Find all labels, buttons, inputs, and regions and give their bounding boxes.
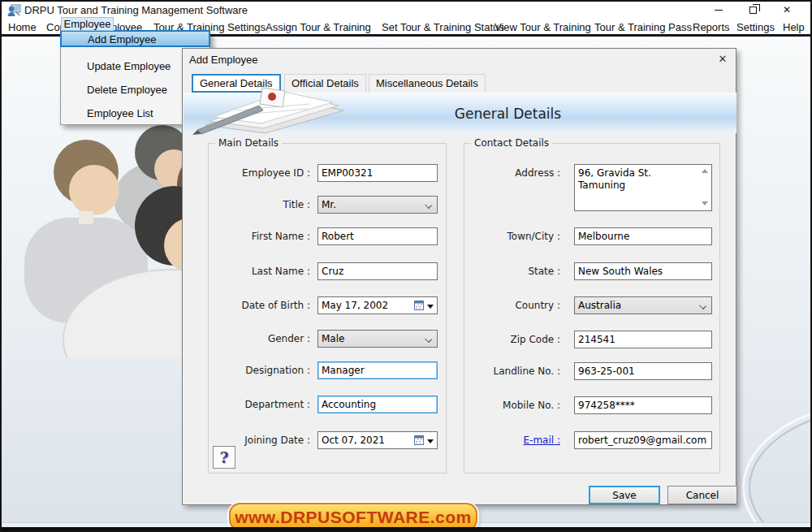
email-input[interactable] — [574, 431, 712, 449]
designation-input[interactable] — [317, 361, 438, 379]
chevron-down-icon — [425, 335, 432, 343]
title-select[interactable]: Mr. — [317, 196, 438, 214]
menu-item-add-employee[interactable]: Add Employee — [60, 30, 210, 47]
scroll-down-icon[interactable] — [702, 201, 708, 205]
app-window: DRPU Tour and Training Management Softwa… — [0, 0, 812, 532]
zip-code-label: Zip Code : — [464, 334, 560, 345]
first-name-input[interactable] — [317, 227, 438, 245]
menu-employee[interactable]: Employee — [61, 17, 114, 31]
menubar-item-help[interactable]: Help — [783, 21, 805, 33]
close-icon: ✕ — [719, 53, 728, 65]
restore-icon — [749, 6, 757, 14]
employee-id-label: Employee ID : — [209, 167, 310, 179]
app-icon — [7, 4, 21, 17]
last-name-label: Last Name : — [209, 266, 310, 277]
window-title: DRPU Tour and Training Management Softwa… — [24, 4, 248, 16]
tab-miscellaneous-details[interactable]: Miscellaneous Details — [369, 74, 486, 93]
menubar-item-home[interactable]: Home — [8, 21, 37, 33]
maximize-button[interactable] — [741, 2, 765, 18]
designation-label: Designation : — [209, 365, 310, 376]
close-button[interactable]: ✕ — [775, 2, 799, 18]
minimize-icon — [715, 10, 723, 11]
email-link-label[interactable]: E-mail : — [464, 435, 560, 446]
country-select[interactable]: Australia — [574, 296, 712, 314]
department-input[interactable] — [317, 396, 438, 413]
town-city-label: Town/City : — [464, 231, 560, 242]
add-employee-dialog: Add Employee ✕ General Details Official … — [182, 48, 736, 505]
menubar-item-view-tour-training[interactable]: View Tour & Training — [495, 21, 591, 33]
save-button[interactable]: Save — [589, 486, 660, 504]
joining-date-label: Joining Date : — [209, 435, 310, 446]
landline-input[interactable] — [574, 362, 712, 380]
gender-select[interactable]: Male — [317, 330, 438, 348]
mobile-input[interactable] — [574, 396, 712, 414]
country-label: Country : — [464, 300, 560, 311]
dropdown-arrow-icon — [427, 305, 434, 309]
last-name-input[interactable] — [317, 262, 438, 280]
landline-label: Landline No. : — [464, 365, 560, 377]
dropdown-arrow-icon — [427, 439, 434, 443]
calendar-icon — [414, 435, 424, 445]
calendar-icon — [414, 301, 424, 310]
help-button[interactable]: ? — [213, 446, 235, 469]
menubar-item-set-tour-training-status[interactable]: Set Tour & Training Status — [382, 21, 504, 33]
cancel-button[interactable]: Cancel — [667, 486, 737, 504]
background-ellipse — [749, 406, 812, 532]
employee-id-input[interactable] — [317, 164, 438, 182]
town-city-input[interactable] — [574, 227, 712, 245]
audience-illustration — [2, 122, 188, 357]
date-of-birth-label: Date of Birth : — [209, 300, 310, 311]
menubar-item-assign-tour-training[interactable]: Assign Tour & Training — [266, 21, 371, 33]
close-icon: ✕ — [783, 4, 791, 15]
help-icon: ? — [219, 448, 228, 466]
state-label: State : — [464, 266, 560, 277]
menubar-item-tour-training-pass[interactable]: Tour & Training Pass — [594, 21, 692, 33]
gender-label: Gender : — [209, 333, 310, 344]
contact-details-group: Contact Details Address : 96, Gravida St… — [464, 143, 720, 474]
contact-details-legend: Contact Details — [471, 137, 552, 149]
menubar-item-reports[interactable]: Reports — [693, 21, 730, 33]
chevron-down-icon — [699, 302, 706, 309]
chevron-down-icon — [425, 201, 432, 209]
title-bar: DRPU Tour and Training Management Softwa… — [2, 2, 810, 19]
main-details-legend: Main Details — [215, 137, 282, 149]
minimize-button[interactable] — [706, 2, 731, 18]
main-details-group: Main Details Employee ID : Title : Mr. F… — [208, 143, 447, 474]
dialog-title: Add Employee — [189, 54, 258, 66]
date-of-birth-picker[interactable]: May 17, 2002 — [317, 296, 438, 314]
title-label: Title : — [209, 199, 310, 210]
menubar-item-settings[interactable]: Settings — [736, 21, 775, 33]
address-textarea[interactable]: 96, Gravida St. Tamuning — [574, 164, 712, 211]
address-label: Address : — [464, 167, 560, 179]
window-bottom-edge — [2, 527, 810, 530]
first-name-label: First Name : — [209, 231, 310, 242]
notebook-pen-illustration — [188, 83, 350, 136]
mobile-label: Mobile No. : — [464, 400, 560, 411]
department-label: Department : — [209, 399, 310, 410]
scroll-up-icon[interactable] — [702, 169, 708, 173]
joining-date-picker[interactable]: Oct 07, 2021 — [317, 431, 438, 449]
dialog-close-button[interactable]: ✕ — [716, 53, 729, 66]
state-input[interactable] — [574, 262, 712, 280]
zip-code-input[interactable] — [574, 331, 712, 348]
